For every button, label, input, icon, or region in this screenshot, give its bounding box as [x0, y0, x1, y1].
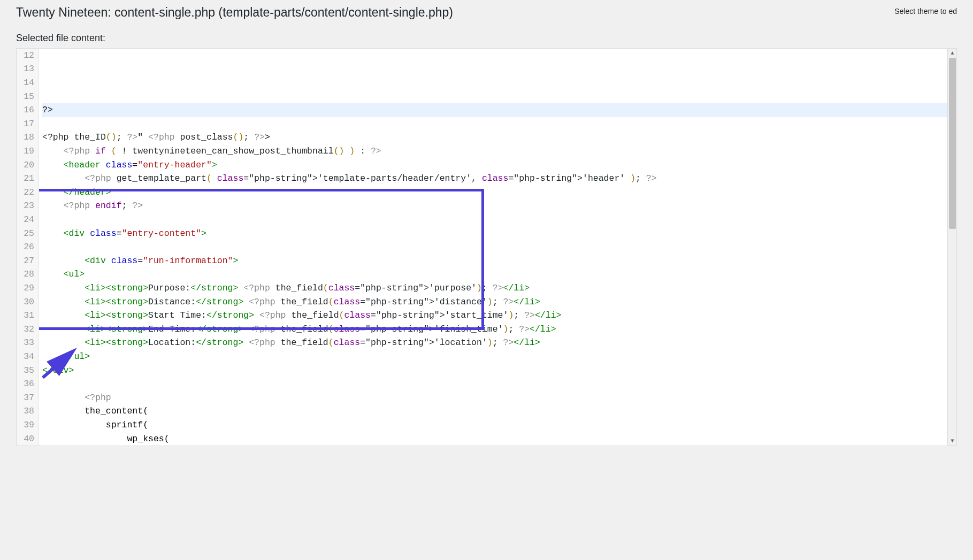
line-number: 15 [21, 90, 34, 104]
code-line[interactable] [42, 377, 956, 391]
code-line[interactable]: <li><strong>End Time:</strong> <?php the… [42, 323, 956, 336]
line-number: 40 [21, 432, 34, 446]
line-number: 30 [21, 295, 34, 309]
line-number: 29 [21, 281, 34, 295]
code-line[interactable]: </header> [42, 186, 956, 200]
line-number: 27 [21, 254, 34, 268]
code-line[interactable]: </ul> [42, 350, 956, 364]
page-title: Twenty Nineteen: content-single.php (tem… [16, 0, 453, 23]
code-line[interactable]: <li><strong>Location:</strong> <?php the… [42, 336, 956, 350]
code-line[interactable]: <div class="entry-content"> [42, 227, 956, 241]
line-number: 18 [21, 131, 34, 144]
line-number: 34 [21, 350, 34, 364]
code-editor[interactable]: 1213141516171819202122232425262728293031… [16, 48, 957, 446]
line-number: 25 [21, 227, 34, 241]
line-number: 33 [21, 336, 34, 350]
line-number: 26 [21, 240, 34, 254]
scroll-down-arrow[interactable]: ▼ [948, 436, 956, 446]
line-number: 36 [21, 377, 34, 391]
line-number: 16 [21, 103, 34, 117]
code-line[interactable]: <header class="entry-header"> [42, 158, 956, 172]
line-number: 28 [21, 267, 34, 281]
line-number: 20 [21, 158, 34, 172]
line-number: 39 [21, 418, 34, 432]
code-line[interactable]: </div> [42, 364, 956, 378]
code-line[interactable]: <?php endif; ?> [42, 199, 956, 213]
code-line[interactable]: <?php if ( ! twentynineteen_can_show_pos… [42, 144, 956, 158]
line-number: 38 [21, 404, 34, 418]
code-line[interactable]: ?> [42, 103, 956, 117]
title-filepath: (template-parts/content/content-single.p… [218, 5, 453, 19]
line-number: 35 [21, 364, 34, 378]
code-line[interactable]: <li><strong>Purpose:</strong> <?php the_… [42, 281, 956, 295]
code-line[interactable]: <?php the_ID(); ?>" <?php post_class(); … [42, 131, 956, 144]
code-line[interactable]: <?php get_template_part( class="php-stri… [42, 172, 956, 186]
code-line[interactable]: <?php [42, 391, 956, 405]
line-number: 17 [21, 117, 34, 131]
code-line[interactable]: <ul> [42, 267, 956, 281]
line-number: 22 [21, 186, 34, 200]
scroll-up-arrow[interactable]: ▲ [948, 49, 956, 58]
line-number: 12 [21, 49, 34, 63]
line-number: 19 [21, 144, 34, 158]
line-number: 37 [21, 391, 34, 405]
line-number: 23 [21, 199, 34, 213]
line-number: 31 [21, 309, 34, 323]
code-area[interactable]: ?><?php the_ID(); ?>" <?php post_class()… [39, 49, 956, 446]
code-line[interactable]: <li><strong>Start Time:</strong> <?php t… [42, 309, 956, 323]
selected-file-label: Selected file content: [16, 33, 957, 44]
line-gutter: 1213141516171819202122232425262728293031… [17, 49, 39, 446]
code-line[interactable]: <li><strong>Distance:</strong> <?php the… [42, 295, 956, 309]
code-line[interactable]: wp_kses( [42, 432, 956, 446]
title-theme: Twenty Nineteen: [16, 5, 111, 19]
line-number: 13 [21, 62, 34, 76]
line-number: 24 [21, 213, 34, 227]
scroll-thumb[interactable] [949, 58, 956, 229]
theme-select-label: Select theme to ed [894, 7, 957, 16]
code-line[interactable]: sprintf( [42, 418, 956, 432]
code-line[interactable] [42, 240, 956, 254]
code-line[interactable] [42, 117, 956, 131]
line-number: 21 [21, 172, 34, 186]
code-line[interactable]: <div class="run-information"> [42, 254, 956, 268]
code-line[interactable] [42, 213, 956, 227]
code-line[interactable]: the_content( [42, 404, 956, 418]
line-number: 32 [21, 323, 34, 336]
vertical-scrollbar[interactable]: ▲ ▼ [947, 49, 956, 446]
title-filename: content-single.php [114, 5, 215, 19]
line-number: 14 [21, 76, 34, 90]
